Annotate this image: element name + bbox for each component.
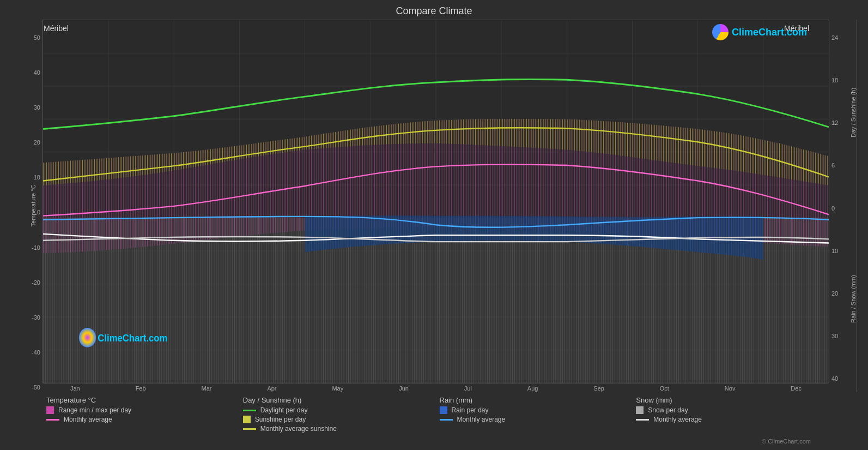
legend-sunshine-icon <box>243 416 251 423</box>
chart-svg: ClimeChart.com <box>43 20 829 383</box>
page-title: Compare Climate <box>11 5 857 17</box>
month-aug: Aug <box>527 385 538 392</box>
legend-rain-avg-label: Monthly average <box>457 416 506 423</box>
legend-rain-title: Rain (mm) <box>440 396 626 404</box>
left-axis-container: Temperature °C 50 40 30 20 10 0 -10 -20 … <box>11 20 43 392</box>
tick-20: 20 <box>34 140 40 146</box>
tick-n50: -50 <box>32 385 40 391</box>
tick-n10: -10 <box>32 245 40 251</box>
legend-sunshine-avg-label: Monthly average sunshine <box>260 425 337 433</box>
legend-sunshine-label: Sunshine per day <box>255 416 306 423</box>
legend-rain-avg: Monthly average <box>440 416 626 423</box>
left-axis-ticks: 50 40 30 20 10 0 -10 -20 -30 -40 -50 <box>15 20 43 392</box>
page-container: Compare Climate Méribel Méribel ClimeCha… <box>0 0 868 450</box>
legend-rain-label: Rain per day <box>452 406 489 414</box>
legend-snow-avg: Monthly average <box>636 416 822 423</box>
sun-tick-24: 24 <box>831 35 838 41</box>
tick-30: 30 <box>34 105 40 111</box>
tick-40: 40 <box>34 70 40 76</box>
legend-rain-avg-icon <box>440 419 453 421</box>
month-sep: Sep <box>593 385 604 392</box>
sun-tick-18: 18 <box>831 77 838 83</box>
brand-logo-top: ClimeChart.com <box>712 24 807 40</box>
month-apr: Apr <box>267 385 276 392</box>
legend-snow-per-day: Snow per day <box>636 406 822 414</box>
legend-rain-per-day: Rain per day <box>440 406 626 414</box>
month-mar: Mar <box>202 385 212 392</box>
brand-icon-top <box>712 24 729 40</box>
legend-temp-range-icon <box>46 406 54 414</box>
sun-tick-12: 12 <box>831 120 838 126</box>
sun-tick-30: 30 <box>831 333 838 339</box>
legend-snow-icon <box>636 406 644 414</box>
tick-50: 50 <box>34 35 40 41</box>
legend-snow: Snow (mm) Snow per day Monthly average <box>636 396 822 434</box>
month-feb: Feb <box>136 385 146 392</box>
legend-rain: Rain (mm) Rain per day Monthly average <box>440 396 626 434</box>
legend-snow-label: Snow per day <box>648 406 688 414</box>
legend-temp-title: Temperature °C <box>46 396 232 404</box>
x-axis-months: Jan Feb Mar Apr May Jun Jul Aug Sep Oct … <box>43 383 829 392</box>
legend-daylight-icon <box>243 410 256 411</box>
tick-n40: -40 <box>32 350 40 356</box>
svg-text:ClimeChart.com: ClimeChart.com <box>98 332 167 344</box>
month-jul: Jul <box>464 385 472 392</box>
legend-sunshine-avg: Monthly average sunshine <box>243 425 429 433</box>
right-label-sunshine: Day / Sunshine (h) <box>850 20 857 206</box>
legend-daylight-label: Daylight per day <box>260 406 308 414</box>
month-jan: Jan <box>70 385 80 392</box>
legend-snow-avg-icon <box>636 419 649 421</box>
right-axis-sunshine-ticks: 24 18 12 6 0 10 20 30 40 <box>829 20 850 392</box>
chart-section: ClimeChart.com Jan Feb Mar Apr May Jun J… <box>43 20 829 392</box>
legend-rain-icon <box>440 406 447 414</box>
legend-area: Temperature °C Range min / max per day M… <box>11 392 857 437</box>
legend-sunshine: Day / Sunshine (h) Daylight per day Suns… <box>243 396 429 434</box>
tick-n30: -30 <box>32 315 40 321</box>
month-nov: Nov <box>725 385 736 392</box>
legend-temp-range: Range min / max per day <box>46 406 232 414</box>
right-label-rain: Rain / Snow (mm) <box>850 206 857 392</box>
month-oct: Oct <box>660 385 669 392</box>
tick-10: 10 <box>34 175 40 181</box>
chart-canvas: ClimeChart.com <box>43 20 829 383</box>
legend-sunshine-avg-icon <box>243 428 256 430</box>
brand-name-top: ClimeChart.com <box>732 27 807 38</box>
legend-temp-avg-icon <box>46 419 59 421</box>
legend-temp-avg: Monthly average <box>46 416 232 423</box>
legend-temperature: Temperature °C Range min / max per day M… <box>46 396 232 434</box>
legend-sunshine-per-day: Sunshine per day <box>243 416 429 423</box>
sun-tick-0: 0 <box>831 206 835 212</box>
tick-n20: -20 <box>32 280 40 286</box>
legend-snow-title: Snow (mm) <box>636 396 822 404</box>
right-axes: 24 18 12 6 0 10 20 30 40 Day / Sunshine … <box>829 20 857 392</box>
legend-temp-avg-label: Monthly average <box>64 416 112 423</box>
month-jun: Jun <box>399 385 409 392</box>
left-axis-label: Temperature °C <box>30 184 37 226</box>
sun-tick-6: 6 <box>831 163 835 169</box>
legend-sun-title: Day / Sunshine (h) <box>243 396 429 404</box>
location-label-left: Méribel <box>44 24 69 33</box>
right-axis-labels: Day / Sunshine (h) Rain / Snow (mm) <box>850 20 857 392</box>
copyright: © ClimeChart.com <box>11 438 857 445</box>
legend-temp-range-label: Range min / max per day <box>58 406 131 414</box>
legend-snow-avg-label: Monthly average <box>653 416 702 423</box>
sun-tick-40: 40 <box>831 376 838 382</box>
month-may: May <box>332 385 343 392</box>
svg-point-31 <box>79 328 96 347</box>
tick-0: 0 <box>37 209 40 215</box>
legend-daylight: Daylight per day <box>243 406 429 414</box>
sun-tick-10: 10 <box>831 248 838 254</box>
month-dec: Dec <box>791 385 802 392</box>
sun-tick-20: 20 <box>831 291 838 297</box>
